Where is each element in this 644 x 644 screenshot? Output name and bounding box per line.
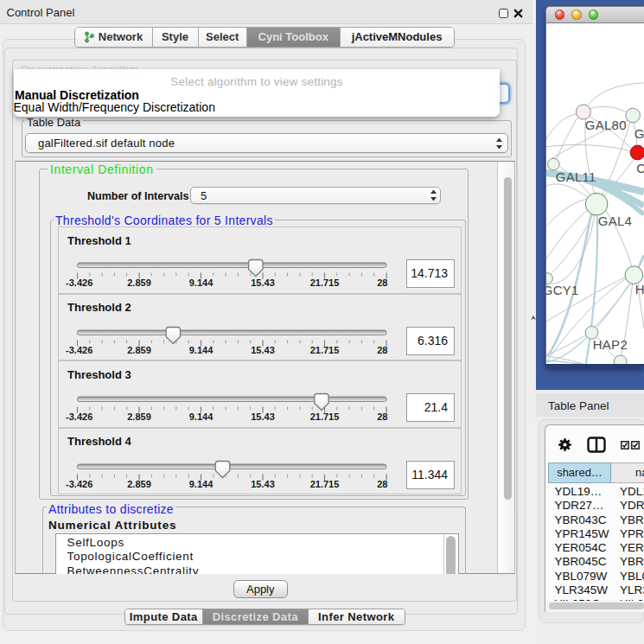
svg-text:GAL11: GAL11 xyxy=(556,169,596,184)
svg-text:H: H xyxy=(635,282,644,296)
svg-text:GCY1: GCY1 xyxy=(546,283,579,297)
svg-text:15.43: 15.43 xyxy=(251,277,275,288)
svg-text:-3.426: -3.426 xyxy=(66,344,92,354)
svg-text:9.144: 9.144 xyxy=(188,277,213,288)
svg-text:15.43: 15.43 xyxy=(251,411,275,422)
svg-text:15.43: 15.43 xyxy=(251,344,275,354)
svg-text:28: 28 xyxy=(377,478,387,488)
svg-text:21.715: 21.715 xyxy=(309,277,339,288)
svg-text:-3.426: -3.426 xyxy=(66,478,92,488)
svg-text:21.715: 21.715 xyxy=(309,478,339,488)
svg-text:C: C xyxy=(636,161,643,175)
svg-text:GA: GA xyxy=(634,126,644,141)
svg-text:21.715: 21.715 xyxy=(309,344,339,354)
svg-text:GAL80: GAL80 xyxy=(585,118,627,132)
svg-text:9.144: 9.144 xyxy=(188,344,213,354)
svg-text:28: 28 xyxy=(377,411,387,422)
svg-text:-3.426: -3.426 xyxy=(66,277,92,288)
svg-text:2.859: 2.859 xyxy=(127,277,151,288)
svg-text:GAL4: GAL4 xyxy=(598,214,633,228)
svg-text:2.859: 2.859 xyxy=(127,344,151,354)
svg-text:2.859: 2.859 xyxy=(127,478,151,488)
svg-text:21.715: 21.715 xyxy=(309,411,339,422)
svg-text:9.144: 9.144 xyxy=(188,478,213,488)
svg-text:15.43: 15.43 xyxy=(251,478,275,488)
svg-text:28: 28 xyxy=(377,277,387,288)
svg-text:-3.426: -3.426 xyxy=(66,411,92,422)
svg-text:HAP2: HAP2 xyxy=(593,337,628,352)
svg-text:2.859: 2.859 xyxy=(127,411,151,422)
svg-text:9.144: 9.144 xyxy=(188,411,213,422)
svg-text:28: 28 xyxy=(377,344,387,354)
